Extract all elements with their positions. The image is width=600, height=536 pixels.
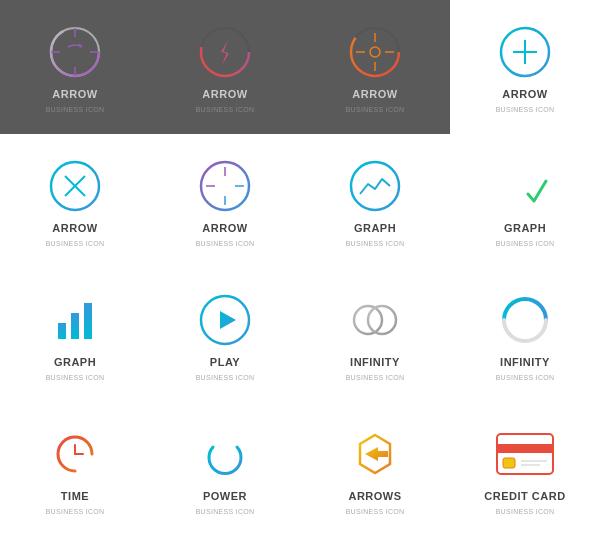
sublabel-arrows-1: BUSINESS ICON: [346, 508, 405, 515]
label-creditcard-1: CREDIT CARD: [484, 490, 565, 502]
label-arrow-2: arrow: [202, 88, 247, 100]
label-time-1: TIME: [61, 490, 89, 502]
sublabel-power-1: BUSINESS ICON: [196, 508, 255, 515]
icon-graph-1: [345, 156, 405, 216]
icon-arrow-4: [495, 22, 555, 82]
svg-rect-33: [84, 303, 92, 339]
svg-marker-35: [220, 311, 236, 329]
sublabel-arrow-4: BUSINESS ICON: [496, 106, 555, 113]
card-graph-1: Graph BUSINESS ICON: [300, 134, 450, 268]
card-arrows-1: ARROWS BUSINESS ICON: [300, 402, 450, 536]
card-graph-2: GRAPH BUSINESS ICON: [450, 134, 600, 268]
label-graph-1: Graph: [354, 222, 396, 234]
label-arrow-4: arrow: [502, 88, 547, 100]
icon-arrow-5: [45, 156, 105, 216]
card-graph-3: GRAPH BUSINESS ICON: [0, 268, 150, 402]
sublabel-arrow-2: BUSINESS ICON: [196, 106, 255, 113]
sublabel-play-1: BUSINESS ICON: [196, 374, 255, 381]
sublabel-graph-1: BUSINESS ICON: [346, 240, 405, 247]
svg-point-28: [351, 162, 399, 210]
card-arrow-4: arrow BUSINESS ICON: [450, 0, 600, 134]
card-power-1: POWER BUSINESS ICON: [150, 402, 300, 536]
card-infinity-1: INFINITY BUSINESS ICON: [300, 268, 450, 402]
icon-arrow-6: [195, 156, 255, 216]
label-arrow-1: arrow: [52, 88, 97, 100]
icon-infinity-2: [495, 290, 555, 350]
card-creditcard-1: CREDIT CARD BUSINESS ICON: [450, 402, 600, 536]
label-infinity-1: INFINITY: [350, 356, 400, 368]
svg-point-14: [370, 47, 380, 57]
label-play-1: PLAY: [210, 356, 240, 368]
sublabel-creditcard-1: BUSINESS ICON: [496, 508, 555, 515]
card-arrow-6: arrow BUSINESS ICON: [150, 134, 300, 268]
icon-play-1: [195, 290, 255, 350]
svg-rect-31: [58, 323, 66, 339]
card-arrow-3: arrow BUSINESS ICON: [300, 0, 450, 134]
sublabel-infinity-1: BUSINESS ICON: [346, 374, 405, 381]
label-infinity-2: INFINITY: [500, 356, 550, 368]
sublabel-time-1: BUSINESS ICON: [46, 508, 105, 515]
label-arrow-5: arrow: [52, 222, 97, 234]
svg-rect-46: [497, 444, 553, 453]
icon-arrow-1: [45, 22, 105, 82]
icon-arrow-2: [195, 22, 255, 82]
sublabel-infinity-2: BUSINESS ICON: [496, 374, 555, 381]
icon-graph-2: [495, 156, 555, 216]
label-power-1: POWER: [203, 490, 247, 502]
sublabel-graph-2: BUSINESS ICON: [496, 240, 555, 247]
label-arrows-1: ARROWS: [348, 490, 401, 502]
icon-infinity-1: [345, 290, 405, 350]
label-graph-2: GRAPH: [504, 222, 546, 234]
icon-creditcard-1: [495, 424, 555, 484]
card-arrow-2: arrow BUSINESS ICON: [150, 0, 300, 134]
svg-rect-32: [71, 313, 79, 339]
card-arrow-1: arrow BUSINESS ICON: [0, 0, 150, 134]
icon-time-1: [45, 424, 105, 484]
card-time-1: TIME BUSINESS ICON: [0, 402, 150, 536]
icon-power-1: [195, 424, 255, 484]
icon-graph-3: [45, 290, 105, 350]
sublabel-arrow-1: BUSINESS ICON: [46, 106, 105, 113]
card-play-1: PLAY BUSINESS ICON: [150, 268, 300, 402]
icon-arrows-1: [345, 424, 405, 484]
label-arrow-6: arrow: [202, 222, 247, 234]
sublabel-arrow-3: BUSINESS ICON: [346, 106, 405, 113]
sublabel-arrow-5: BUSINESS ICON: [46, 240, 105, 247]
label-graph-3: GRAPH: [54, 356, 96, 368]
icon-arrow-3: [345, 22, 405, 82]
sublabel-arrow-6: BUSINESS ICON: [196, 240, 255, 247]
svg-marker-44: [365, 447, 388, 461]
card-arrow-5: arrow BUSINESS ICON: [0, 134, 150, 268]
svg-rect-47: [503, 458, 515, 468]
sublabel-graph-3: BUSINESS ICON: [46, 374, 105, 381]
label-arrow-3: arrow: [352, 88, 397, 100]
card-infinity-2: INFINITY BUSINESS ICON: [450, 268, 600, 402]
